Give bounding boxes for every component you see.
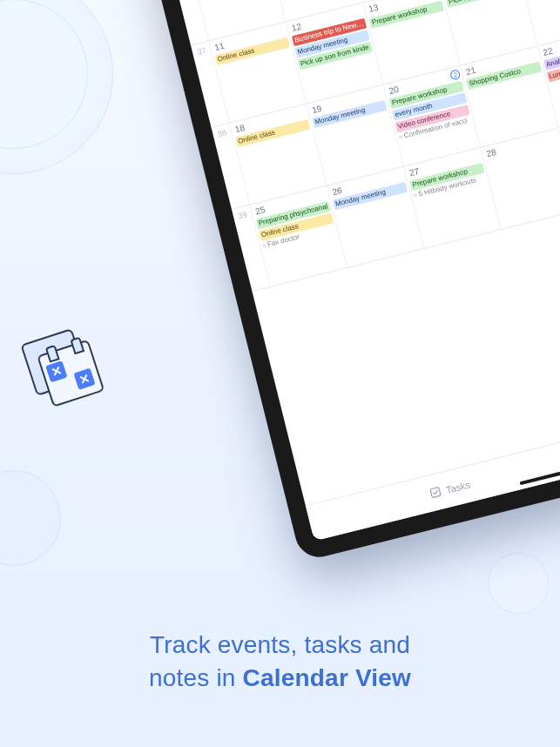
day-number: 27 (407, 165, 422, 178)
decorative-circle-top (0, 0, 113, 174)
tagline-line2-prefix: notes in (149, 664, 243, 691)
day-number: 18 (232, 121, 247, 135)
tagline-line2-bold: Calendar View (243, 664, 412, 691)
day-number: 28 (483, 145, 499, 159)
day-number: 21 (463, 64, 479, 77)
day-number: 12 (288, 20, 304, 34)
nav-tasks-label: Tasks (445, 479, 471, 495)
tagline-line1: Track events, tasks and (150, 631, 410, 658)
tagline: Track events, tasks and notes in Calenda… (0, 629, 560, 695)
reminder-ring-icon: 2 (449, 69, 461, 80)
decorative-circle-left (0, 470, 61, 566)
day-number: 13 (366, 1, 381, 15)
day-number: 20 (386, 83, 401, 97)
checkbox-icon (428, 485, 443, 501)
calendar-illustration-icon: ✕ ✕ (20, 320, 118, 419)
day-number: 19 (309, 102, 325, 116)
calendar-grid[interactable]: 3528364Online class5Monday meetingPick u… (150, 0, 560, 506)
day-number: 22 (540, 44, 556, 58)
event-pill[interactable]: Pick up son from kinde (446, 0, 521, 8)
day-number: 11 (212, 39, 227, 53)
day-number: 25 (253, 204, 268, 218)
day-number: 26 (329, 184, 345, 198)
decorative-circle-right (488, 553, 549, 614)
tablet-device: 3528364Online class5Monday meetingPick u… (129, 0, 560, 562)
event-pill[interactable]: Lunch with team (526, 0, 560, 1)
svg-rect-0 (430, 488, 441, 498)
app-screen: 3528364Online class5Monday meetingPick u… (150, 0, 560, 541)
